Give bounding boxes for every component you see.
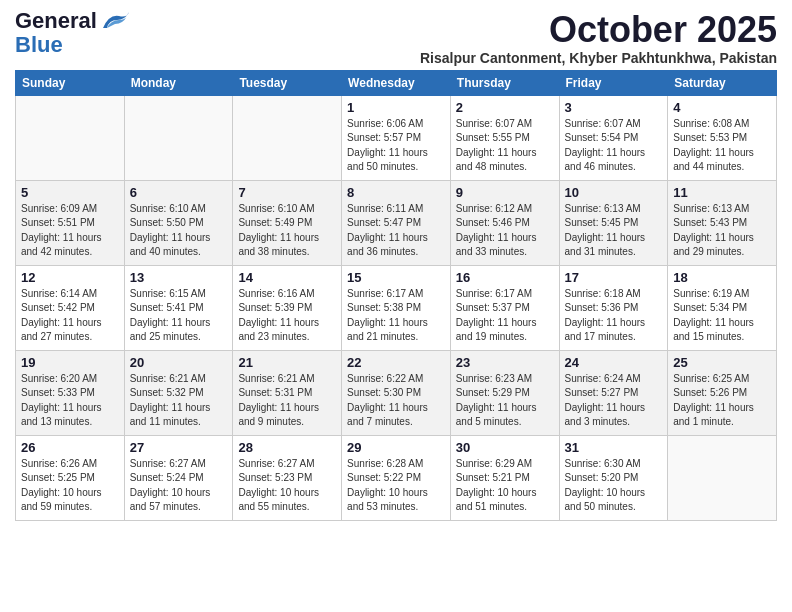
day-number: 6: [130, 185, 228, 200]
day-cell: 6Sunrise: 6:10 AM Sunset: 5:50 PM Daylig…: [124, 180, 233, 265]
day-info: Sunrise: 6:30 AM Sunset: 5:20 PM Dayligh…: [565, 457, 663, 515]
day-cell: 1Sunrise: 6:06 AM Sunset: 5:57 PM Daylig…: [342, 95, 451, 180]
day-number: 29: [347, 440, 445, 455]
day-cell: 24Sunrise: 6:24 AM Sunset: 5:27 PM Dayli…: [559, 350, 668, 435]
day-info: Sunrise: 6:25 AM Sunset: 5:26 PM Dayligh…: [673, 372, 771, 430]
day-cell: 13Sunrise: 6:15 AM Sunset: 5:41 PM Dayli…: [124, 265, 233, 350]
day-info: Sunrise: 6:06 AM Sunset: 5:57 PM Dayligh…: [347, 117, 445, 175]
day-info: Sunrise: 6:08 AM Sunset: 5:53 PM Dayligh…: [673, 117, 771, 175]
week-row-3: 12Sunrise: 6:14 AM Sunset: 5:42 PM Dayli…: [16, 265, 777, 350]
day-cell: 8Sunrise: 6:11 AM Sunset: 5:47 PM Daylig…: [342, 180, 451, 265]
day-cell: 26Sunrise: 6:26 AM Sunset: 5:25 PM Dayli…: [16, 435, 125, 520]
day-cell: 7Sunrise: 6:10 AM Sunset: 5:49 PM Daylig…: [233, 180, 342, 265]
calendar-header-row: SundayMondayTuesdayWednesdayThursdayFrid…: [16, 70, 777, 95]
day-number: 12: [21, 270, 119, 285]
day-info: Sunrise: 6:12 AM Sunset: 5:46 PM Dayligh…: [456, 202, 554, 260]
day-number: 13: [130, 270, 228, 285]
location-title: Risalpur Cantonment, Khyber Pakhtunkhwa,…: [420, 50, 777, 66]
day-number: 27: [130, 440, 228, 455]
day-cell: 14Sunrise: 6:16 AM Sunset: 5:39 PM Dayli…: [233, 265, 342, 350]
day-number: 9: [456, 185, 554, 200]
day-number: 3: [565, 100, 663, 115]
day-number: 25: [673, 355, 771, 370]
day-info: Sunrise: 6:16 AM Sunset: 5:39 PM Dayligh…: [238, 287, 336, 345]
week-row-5: 26Sunrise: 6:26 AM Sunset: 5:25 PM Dayli…: [16, 435, 777, 520]
day-cell: 5Sunrise: 6:09 AM Sunset: 5:51 PM Daylig…: [16, 180, 125, 265]
day-cell: 29Sunrise: 6:28 AM Sunset: 5:22 PM Dayli…: [342, 435, 451, 520]
day-cell: 18Sunrise: 6:19 AM Sunset: 5:34 PM Dayli…: [668, 265, 777, 350]
day-cell: 22Sunrise: 6:22 AM Sunset: 5:30 PM Dayli…: [342, 350, 451, 435]
day-cell: [668, 435, 777, 520]
day-info: Sunrise: 6:18 AM Sunset: 5:36 PM Dayligh…: [565, 287, 663, 345]
day-info: Sunrise: 6:10 AM Sunset: 5:49 PM Dayligh…: [238, 202, 336, 260]
month-title: October 2025: [420, 10, 777, 50]
week-row-2: 5Sunrise: 6:09 AM Sunset: 5:51 PM Daylig…: [16, 180, 777, 265]
day-cell: 9Sunrise: 6:12 AM Sunset: 5:46 PM Daylig…: [450, 180, 559, 265]
day-cell: 15Sunrise: 6:17 AM Sunset: 5:38 PM Dayli…: [342, 265, 451, 350]
header-monday: Monday: [124, 70, 233, 95]
day-number: 24: [565, 355, 663, 370]
day-number: 30: [456, 440, 554, 455]
day-number: 4: [673, 100, 771, 115]
day-number: 11: [673, 185, 771, 200]
day-number: 5: [21, 185, 119, 200]
logo: General Blue: [15, 10, 131, 58]
day-cell: 2Sunrise: 6:07 AM Sunset: 5:55 PM Daylig…: [450, 95, 559, 180]
day-info: Sunrise: 6:17 AM Sunset: 5:38 PM Dayligh…: [347, 287, 445, 345]
day-info: Sunrise: 6:14 AM Sunset: 5:42 PM Dayligh…: [21, 287, 119, 345]
header-tuesday: Tuesday: [233, 70, 342, 95]
day-cell: 23Sunrise: 6:23 AM Sunset: 5:29 PM Dayli…: [450, 350, 559, 435]
day-info: Sunrise: 6:27 AM Sunset: 5:23 PM Dayligh…: [238, 457, 336, 515]
header-friday: Friday: [559, 70, 668, 95]
day-number: 19: [21, 355, 119, 370]
day-number: 26: [21, 440, 119, 455]
day-cell: 30Sunrise: 6:29 AM Sunset: 5:21 PM Dayli…: [450, 435, 559, 520]
day-info: Sunrise: 6:26 AM Sunset: 5:25 PM Dayligh…: [21, 457, 119, 515]
title-area: October 2025 Risalpur Cantonment, Khyber…: [420, 10, 777, 66]
day-info: Sunrise: 6:27 AM Sunset: 5:24 PM Dayligh…: [130, 457, 228, 515]
day-cell: [233, 95, 342, 180]
calendar-table: SundayMondayTuesdayWednesdayThursdayFrid…: [15, 70, 777, 521]
day-number: 2: [456, 100, 554, 115]
week-row-1: 1Sunrise: 6:06 AM Sunset: 5:57 PM Daylig…: [16, 95, 777, 180]
day-cell: 31Sunrise: 6:30 AM Sunset: 5:20 PM Dayli…: [559, 435, 668, 520]
day-info: Sunrise: 6:07 AM Sunset: 5:55 PM Dayligh…: [456, 117, 554, 175]
day-info: Sunrise: 6:29 AM Sunset: 5:21 PM Dayligh…: [456, 457, 554, 515]
day-cell: 10Sunrise: 6:13 AM Sunset: 5:45 PM Dayli…: [559, 180, 668, 265]
day-info: Sunrise: 6:09 AM Sunset: 5:51 PM Dayligh…: [21, 202, 119, 260]
day-cell: 21Sunrise: 6:21 AM Sunset: 5:31 PM Dayli…: [233, 350, 342, 435]
day-info: Sunrise: 6:22 AM Sunset: 5:30 PM Dayligh…: [347, 372, 445, 430]
day-cell: 3Sunrise: 6:07 AM Sunset: 5:54 PM Daylig…: [559, 95, 668, 180]
day-info: Sunrise: 6:21 AM Sunset: 5:32 PM Dayligh…: [130, 372, 228, 430]
day-info: Sunrise: 6:10 AM Sunset: 5:50 PM Dayligh…: [130, 202, 228, 260]
logo-bird-icon: [99, 10, 131, 32]
day-number: 31: [565, 440, 663, 455]
day-cell: 12Sunrise: 6:14 AM Sunset: 5:42 PM Dayli…: [16, 265, 125, 350]
day-info: Sunrise: 6:20 AM Sunset: 5:33 PM Dayligh…: [21, 372, 119, 430]
day-info: Sunrise: 6:07 AM Sunset: 5:54 PM Dayligh…: [565, 117, 663, 175]
day-cell: 16Sunrise: 6:17 AM Sunset: 5:37 PM Dayli…: [450, 265, 559, 350]
day-number: 20: [130, 355, 228, 370]
day-cell: [124, 95, 233, 180]
header-saturday: Saturday: [668, 70, 777, 95]
week-row-4: 19Sunrise: 6:20 AM Sunset: 5:33 PM Dayli…: [16, 350, 777, 435]
day-info: Sunrise: 6:15 AM Sunset: 5:41 PM Dayligh…: [130, 287, 228, 345]
day-number: 1: [347, 100, 445, 115]
day-cell: 28Sunrise: 6:27 AM Sunset: 5:23 PM Dayli…: [233, 435, 342, 520]
day-info: Sunrise: 6:11 AM Sunset: 5:47 PM Dayligh…: [347, 202, 445, 260]
day-info: Sunrise: 6:21 AM Sunset: 5:31 PM Dayligh…: [238, 372, 336, 430]
logo-text: General: [15, 10, 97, 32]
day-number: 21: [238, 355, 336, 370]
day-cell: 17Sunrise: 6:18 AM Sunset: 5:36 PM Dayli…: [559, 265, 668, 350]
day-info: Sunrise: 6:17 AM Sunset: 5:37 PM Dayligh…: [456, 287, 554, 345]
day-cell: [16, 95, 125, 180]
day-number: 22: [347, 355, 445, 370]
day-number: 7: [238, 185, 336, 200]
logo-blue-text: Blue: [15, 32, 63, 57]
header-wednesday: Wednesday: [342, 70, 451, 95]
header-thursday: Thursday: [450, 70, 559, 95]
day-info: Sunrise: 6:24 AM Sunset: 5:27 PM Dayligh…: [565, 372, 663, 430]
day-number: 17: [565, 270, 663, 285]
day-cell: 19Sunrise: 6:20 AM Sunset: 5:33 PM Dayli…: [16, 350, 125, 435]
day-number: 10: [565, 185, 663, 200]
